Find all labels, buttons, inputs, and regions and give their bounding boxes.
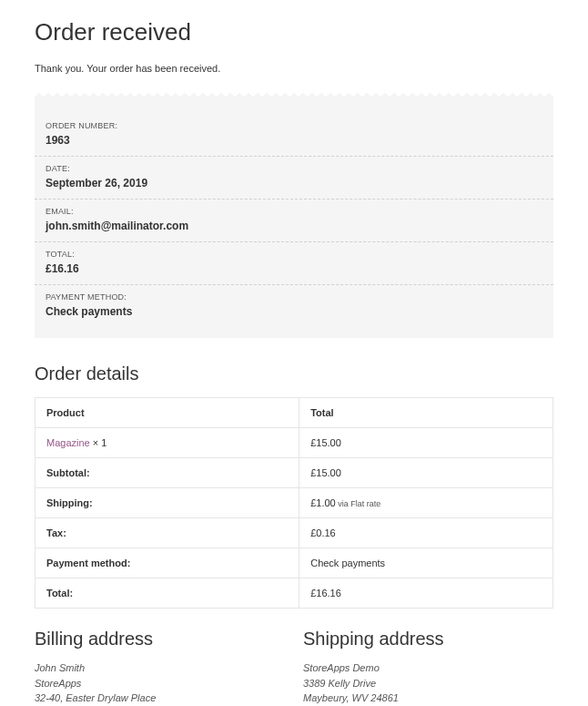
shipping-label: Shipping: [35, 488, 299, 518]
tax-label: Tax: [35, 518, 299, 548]
addresses-section: Billing address John Smith StoreApps 32-… [35, 629, 553, 706]
order-details-table: Product Total Magazine × 1 £15.00 Subtot… [35, 397, 553, 609]
shipping-amount: £1.00 [310, 497, 336, 508]
shipping-name: StoreApps Demo [303, 660, 553, 676]
billing-name: John Smith [35, 660, 285, 676]
overview-payment-method-row: PAYMENT METHOD: Check payments [35, 285, 553, 327]
tax-value: £0.16 [299, 518, 553, 548]
overview-payment-method-label: PAYMENT METHOD: [46, 292, 542, 302]
payment-method-value: Check payments [299, 548, 553, 578]
overview-total-label: TOTAL: [46, 250, 542, 259]
overview-total-row: TOTAL: £16.16 [35, 242, 553, 285]
shipping-street: 3389 Kelly Drive [303, 676, 553, 691]
overview-order-number-row: ORDER NUMBER: 1963 [35, 114, 553, 157]
billing-street: 32-40, Easter Drylaw Place [35, 691, 285, 706]
order-item-total-cell: £15.00 [299, 428, 553, 458]
th-product: Product [35, 398, 299, 428]
overview-date-label: DATE: [46, 164, 542, 173]
product-link[interactable]: Magazine [46, 437, 90, 448]
product-qty: × 1 [90, 437, 107, 448]
order-overview: ORDER NUMBER: 1963 DATE: September 26, 2… [35, 99, 553, 338]
shipping-row: Shipping: £1.00 via Flat rate [35, 488, 553, 518]
order-details-heading: Order details [35, 363, 553, 384]
payment-method-row: Payment method: Check payments [35, 548, 553, 578]
overview-payment-method-value: Check payments [46, 305, 542, 318]
subtotal-label: Subtotal: [35, 458, 299, 488]
subtotal-value: £15.00 [299, 458, 553, 488]
shipping-value: £1.00 via Flat rate [299, 488, 553, 518]
billing-company: StoreApps [35, 676, 285, 691]
billing-address-heading: Billing address [35, 629, 285, 650]
overview-total-value: £16.16 [46, 262, 542, 275]
subtotal-row: Subtotal: £15.00 [35, 458, 553, 488]
tax-row: Tax: £0.16 [35, 518, 553, 548]
order-total-value: £16.16 [299, 578, 553, 609]
overview-email-label: EMAIL: [46, 207, 542, 216]
overview-date-row: DATE: September 26, 2019 [35, 157, 553, 200]
shipping-address-heading: Shipping address [303, 629, 553, 650]
order-item-row: Magazine × 1 £15.00 [35, 428, 553, 458]
thankyou-message: Thank you. Your order has been received. [35, 63, 553, 74]
order-details-header-row: Product Total [35, 398, 553, 428]
overview-email-value: john.smith@mailinator.com [46, 220, 542, 232]
shipping-city-state-zip: Maybeury, WV 24861 [303, 691, 553, 706]
billing-address: John Smith StoreApps 32-40, Easter Dryla… [35, 660, 285, 706]
shipping-method-note: via Flat rate [336, 499, 381, 508]
shipping-address: StoreApps Demo 3389 Kelly Drive Maybeury… [303, 660, 553, 706]
overview-order-number-label: ORDER NUMBER: [46, 121, 542, 130]
order-total-label: Total: [35, 578, 299, 609]
shipping-address-col: Shipping address StoreApps Demo 3389 Kel… [303, 629, 553, 706]
overview-email-row: EMAIL: john.smith@mailinator.com [35, 200, 553, 242]
overview-order-number-value: 1963 [46, 134, 542, 147]
payment-method-label: Payment method: [35, 548, 299, 578]
order-item-product-cell: Magazine × 1 [35, 428, 299, 458]
order-total-row: Total: £16.16 [35, 578, 553, 609]
overview-date-value: September 26, 2019 [46, 177, 542, 189]
page-title: Order received [35, 18, 553, 46]
th-total: Total [299, 398, 553, 428]
billing-address-col: Billing address John Smith StoreApps 32-… [35, 629, 285, 706]
